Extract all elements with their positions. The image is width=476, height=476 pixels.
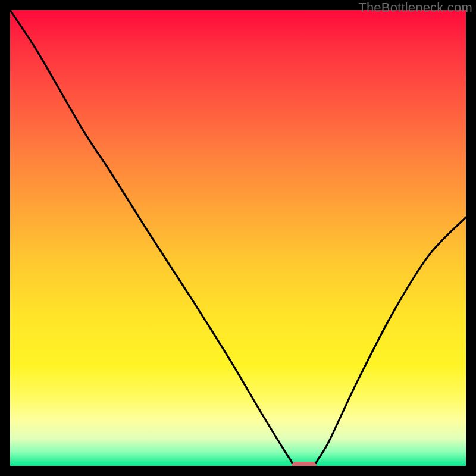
plot-area — [10, 10, 466, 466]
chart-frame: TheBottleneck.com — [0, 0, 476, 476]
bottleneck-curve — [10, 10, 466, 466]
watermark-text: TheBottleneck.com — [358, 0, 472, 15]
optimal-point-marker — [292, 462, 317, 466]
